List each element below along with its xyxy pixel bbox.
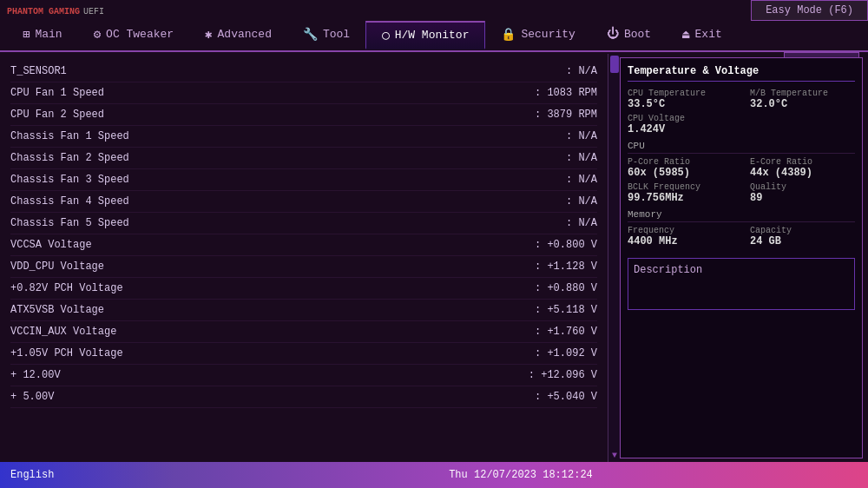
core-ratio-row: P-Core Ratio 60x (5985) E-Core Ratio 44x… [628, 157, 855, 179]
nav-label-advanced: Advanced [218, 28, 272, 41]
e-core-value: 44x (4389) [750, 167, 855, 179]
cpu-voltage-row: CPU Voltage 1.424V [628, 114, 855, 135]
bclk-quality-row: BCLK Frequency 99.756MHz Quality 89 [628, 182, 855, 204]
easy-mode-label: Easy Mode (F6) [766, 4, 853, 16]
sensor-row: ATX5VSB Voltage: +5.118 V [10, 300, 597, 321]
sensor-row: Chassis Fan 1 Speed: N/A [10, 126, 597, 148]
sensor-row: +0.82V PCH Voltage: +0.880 V [10, 278, 597, 300]
sensor-row: Chassis Fan 2 Speed: N/A [10, 148, 597, 169]
e-core-col: E-Core Ratio 44x (4389) [750, 157, 855, 179]
sensor-name: Chassis Fan 4 Speed [10, 195, 129, 208]
sensor-value: : +5.118 V [535, 304, 597, 316]
language-label: English [10, 469, 54, 481]
sensor-value: : +1.760 V [535, 326, 597, 338]
nav-label-exit: Exit [695, 28, 722, 41]
nav-label-tool: Tool [323, 28, 350, 41]
sensor-row: VCCSA Voltage: +0.800 V [10, 234, 597, 256]
scrollbar[interactable]: ▲ ▼ [608, 54, 620, 462]
sensor-row: T_SENSOR1: N/A [10, 61, 597, 82]
brand-logo: PHANTOM GAMING [7, 7, 80, 16]
oc_tweaker-icon: ⚙ [94, 27, 101, 42]
sensor-name: Chassis Fan 2 Speed [10, 152, 129, 164]
sensor-value: : N/A [566, 217, 597, 229]
sensor-value: : N/A [566, 152, 597, 164]
nav-item-advanced[interactable]: ✱Advanced [189, 22, 287, 47]
language-selector[interactable]: English [0, 462, 174, 488]
nav-label-boot: Boot [624, 28, 651, 41]
cpu-temp-col: CPU Temperature 33.5°C [628, 89, 733, 110]
hw_monitor-icon: ◯ [382, 28, 389, 43]
temperature-row: CPU Temperature 33.5°C M/B Temperature 3… [628, 89, 855, 110]
sensor-value: : 3879 RPM [535, 109, 597, 121]
nav-item-oc_tweaker[interactable]: ⚙OC Tweaker [78, 22, 189, 47]
right-panel-title: Temperature & Voltage [628, 65, 855, 82]
nav-item-hw_monitor[interactable]: ◯H/W Monitor [365, 21, 485, 49]
sensor-name: ATX5VSB Voltage [10, 304, 104, 316]
p-core-col: P-Core Ratio 60x (5985) [628, 157, 733, 179]
sensor-name: + 5.00V [10, 391, 54, 403]
description-label: Description [634, 264, 849, 276]
nav-bar: ⊞Main⚙OC Tweaker✱Advanced🔧Tool◯H/W Monit… [0, 17, 868, 52]
sensor-name: Chassis Fan 5 Speed [10, 217, 129, 229]
easy-mode-button[interactable]: Easy Mode (F6) [751, 0, 868, 21]
sensor-value: : +5.040 V [535, 391, 597, 403]
nav-item-boot[interactable]: ⏻Boot [591, 22, 667, 46]
nav-item-exit[interactable]: ⏏Exit [667, 22, 738, 47]
sensor-name: CPU Fan 1 Speed [10, 87, 104, 99]
nav-label-oc_tweaker: OC Tweaker [106, 28, 174, 41]
nav-item-security[interactable]: 🔒Security [485, 22, 590, 47]
cpu-voltage-label: CPU Voltage [628, 114, 855, 123]
sensor-panel: T_SENSOR1: N/ACPU Fan 1 Speed: 1083 RPMC… [0, 54, 608, 462]
sensor-row: VCCIN_AUX Voltage: +1.760 V [10, 321, 597, 343]
scroll-down-arrow[interactable]: ▼ [608, 451, 621, 460]
memory-section-header: Memory [628, 209, 855, 222]
main-content: T_SENSOR1: N/ACPU Fan 1 Speed: 1083 RPMC… [0, 54, 868, 462]
quality-col: Quality 89 [750, 182, 855, 204]
mb-temp-value: 32.0°C [750, 98, 855, 110]
sensor-name: VDD_CPU Voltage [10, 260, 104, 273]
sensor-row: Chassis Fan 4 Speed: N/A [10, 191, 597, 213]
capacity-label: Capacity [750, 226, 855, 235]
memory-row: Frequency 4400 MHz Capacity 24 GB [628, 226, 855, 247]
sensor-name: Chassis Fan 1 Speed [10, 130, 129, 142]
scrollbar-thumb[interactable] [610, 56, 619, 73]
e-core-label: E-Core Ratio [750, 157, 855, 167]
sensor-name: Chassis Fan 3 Speed [10, 174, 129, 186]
nav-label-security: Security [521, 28, 575, 41]
advanced-icon: ✱ [205, 27, 212, 42]
sensor-row: +1.05V PCH Voltage: +1.092 V [10, 343, 597, 365]
quality-label: Quality [750, 182, 855, 192]
cpu-temp-value: 33.5°C [628, 98, 733, 110]
nav-label-hw_monitor: H/W Monitor [395, 29, 470, 42]
p-core-label: P-Core Ratio [628, 157, 733, 167]
nav-item-tool[interactable]: 🔧Tool [287, 22, 365, 47]
tool-icon: 🔧 [303, 27, 318, 42]
sensor-value: : +12.096 V [529, 369, 597, 381]
capacity-col: Capacity 24 GB [750, 226, 855, 247]
sensor-value: : +1.128 V [535, 260, 597, 273]
sensor-row: + 5.00V: +5.040 V [10, 386, 597, 408]
sensor-name: + 12.00V [10, 369, 61, 381]
sensor-name: T_SENSOR1 [10, 65, 67, 77]
sensor-row: CPU Fan 1 Speed: 1083 RPM [10, 82, 597, 104]
boot-icon: ⏻ [607, 27, 619, 41]
sensor-row: CPU Fan 2 Speed: 3879 RPM [10, 104, 597, 126]
mb-temp-col: M/B Temperature 32.0°C [750, 89, 855, 110]
cpu-temp-label: CPU Temperature [628, 89, 733, 98]
bclk-label: BCLK Frequency [628, 182, 733, 192]
quality-value: 89 [750, 192, 855, 204]
sensor-value: : 1083 RPM [535, 87, 597, 99]
datetime-display: Thu 12/07/2023 18:12:24 [174, 462, 868, 488]
sensor-value: : N/A [566, 65, 597, 77]
sensor-row: Chassis Fan 3 Speed: N/A [10, 169, 597, 191]
sensor-row: + 12.00V: +12.096 V [10, 365, 597, 386]
sensor-row: VDD_CPU Voltage: +1.128 V [10, 256, 597, 278]
p-core-value: 60x (5985) [628, 167, 733, 179]
nav-item-main[interactable]: ⊞Main [7, 22, 78, 47]
cpu-voltage-value: 1.424V [628, 123, 855, 135]
sensor-value: : +0.800 V [535, 239, 597, 251]
logo-area: PHANTOM GAMING UEFI [7, 7, 104, 16]
bottom-bar: English Thu 12/07/2023 18:12:24 [0, 462, 868, 488]
freq-value: 4400 MHz [628, 235, 733, 247]
cpu-section-header: CPU [628, 141, 855, 154]
